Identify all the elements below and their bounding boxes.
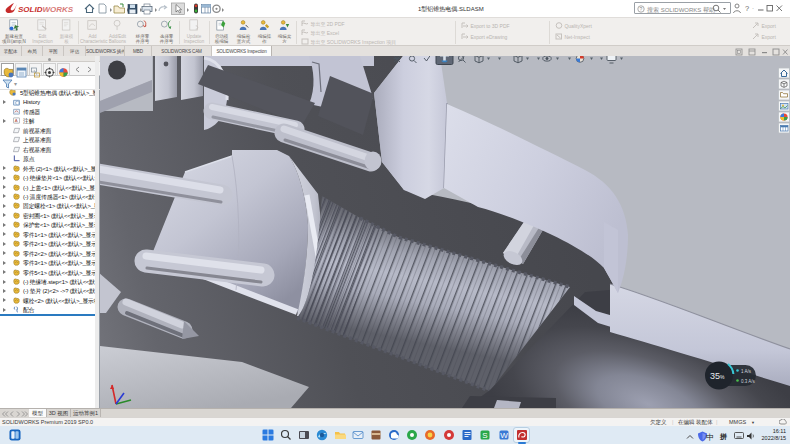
svg-text:SOLIDWORKS: SOLIDWORKS [18,5,74,14]
svg-text:0.3 A/s: 0.3 A/s [741,379,756,384]
svg-text:A: A [15,119,18,124]
svg-text:?: ? [745,4,749,13]
svg-text:?: ? [640,6,643,12]
svg-text:S: S [482,431,487,440]
svg-text:1 A/s: 1 A/s [741,369,752,374]
svg-text:W: W [500,431,508,440]
svg-text:·: · [752,5,754,11]
